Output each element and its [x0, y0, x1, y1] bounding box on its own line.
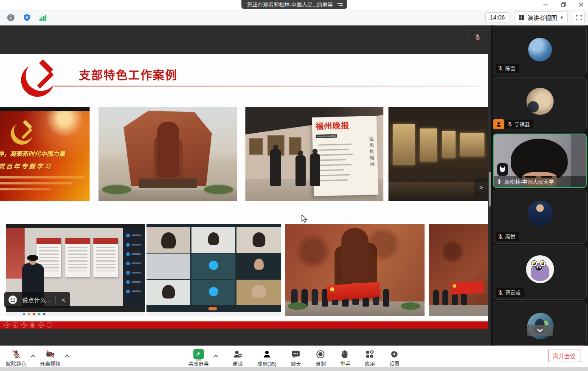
participant-name: 陈雪 — [505, 64, 515, 72]
chevron-down-icon — [537, 328, 543, 332]
slide-title: 支部特色工作案例 — [79, 66, 177, 83]
toolbar-center-group: 共享屏幕 邀请 成员(35) — [188, 348, 400, 367]
muted-mic-icon — [11, 349, 21, 359]
sticker-icon — [497, 163, 508, 176]
share-scrollbar[interactable] — [489, 172, 491, 206]
newspaper-vertical-text: 追思焦裕禄 — [368, 136, 375, 168]
settings-button[interactable]: 设置 — [389, 348, 400, 367]
visitor-figure — [295, 155, 306, 186]
watching-title: 您正在观看郭松林-中国人民...的屏幕 — [247, 0, 333, 8]
gold-emblem-icon — [7, 120, 37, 148]
chat-icon — [291, 349, 301, 359]
visitor-figure — [310, 153, 320, 186]
avatar — [528, 38, 552, 61]
invite-button[interactable]: 邀请 — [233, 348, 243, 367]
active-mic-icon — [496, 179, 502, 184]
chevron-up-icon — [65, 354, 70, 358]
slide-photo-meeting-grid — [146, 224, 281, 316]
muted-camera-icon — [45, 349, 55, 359]
raise-hand-label: 举手 — [340, 360, 350, 367]
unmute-button[interactable]: 解除静音 — [6, 348, 26, 367]
meeting-window: 您正在观看郭松林-中国人民...的屏幕 — [0, 0, 588, 371]
participant-nametag: 陈雪 — [496, 64, 519, 73]
scroll-participants-button[interactable] — [527, 325, 553, 336]
watching-banner: 您正在观看郭松林-中国人民...的屏幕 — [241, 0, 347, 9]
restore-button[interactable] — [560, 1, 567, 8]
share-screen-button[interactable]: 共享屏幕 — [188, 348, 209, 367]
chat-placeholder: 说点什么... — [22, 296, 51, 304]
emoji-icon — [8, 295, 18, 305]
apps-button[interactable]: 应用 — [365, 348, 375, 367]
pen-icon: ✎ — [21, 322, 27, 328]
slide-photo-museum: 福州晚报 FUZHOU WANBAO 追思焦裕禄 — [245, 107, 383, 201]
presenter-control-bar: ◂ ▸ ✎ ▣ ◎ ⋯ — [0, 321, 488, 329]
record-label: 录制 — [315, 360, 326, 367]
top-toolbar-right: 14:06 演讲者视图 ▼ — [485, 11, 585, 23]
apps-label: 应用 — [365, 360, 375, 367]
participant-name: 席悦 — [505, 233, 515, 240]
participant-tile-caojiawei[interactable]: 曹嘉威 — [493, 245, 587, 300]
muted-mic-icon — [507, 121, 513, 127]
mic-options-button[interactable] — [31, 352, 36, 360]
chevron-up-icon — [213, 354, 218, 358]
poster-fine-text — [0, 182, 72, 184]
participant-tile-guosonglin[interactable]: 郭松林-中国人民大学 — [493, 134, 587, 188]
info-icon — [7, 14, 15, 22]
party-emblem-icon — [15, 59, 59, 102]
record-button[interactable]: 录制 — [315, 348, 326, 367]
participant-tile-chenxue[interactable]: 陈雪 — [493, 25, 587, 75]
prev-icon: ◂ — [4, 322, 10, 328]
view-mode-button[interactable]: 演讲者视图 ▼ — [515, 11, 568, 23]
meeting-info-button[interactable] — [4, 12, 17, 23]
share-screen-label: 共享屏幕 — [188, 360, 209, 367]
participant-name: 宁祺器 — [515, 120, 530, 128]
share-options-button[interactable] — [213, 352, 218, 360]
muted-mic-icon — [498, 290, 504, 296]
raise-hand-button[interactable]: 举手 — [340, 348, 350, 367]
fullscreen-button[interactable] — [573, 12, 585, 23]
video-options-button[interactable] — [65, 352, 70, 360]
taskbar-edge — [0, 367, 588, 371]
close-button[interactable] — [578, 1, 585, 8]
muted-mic-icon — [474, 33, 481, 41]
main-region: 支部特色工作案例 神，凝聚新时代中国力量 党百年专题学习 — [0, 25, 588, 346]
leave-meeting-button[interactable]: 离开会议 — [548, 349, 580, 362]
unmute-label: 解除静音 — [6, 360, 26, 367]
participant-tile-ningqiqi[interactable]: 宁祺器 — [493, 77, 587, 131]
slide-divider — [54, 86, 479, 86]
members-button[interactable]: 成员(35) — [257, 348, 276, 367]
start-video-button[interactable]: 开启视频 — [40, 348, 60, 367]
settings-label: 设置 — [389, 360, 400, 367]
participant-nametag: 郭松林-中国人民大学 — [494, 176, 586, 187]
security-button[interactable] — [20, 12, 33, 23]
host-badge — [493, 119, 504, 129]
newspaper-subtitle: FUZHOU WANBAO — [316, 134, 337, 138]
signal-bars-icon — [39, 14, 47, 22]
slide-photo-group-flag — [285, 224, 425, 316]
view-mode-label: 演讲者视图 — [527, 13, 557, 22]
mouse-cursor — [301, 215, 308, 223]
chat-button[interactable]: 聊天 — [291, 348, 301, 367]
bullet-chat-input[interactable]: 说点什么... < — [4, 292, 70, 308]
network-quality-button[interactable] — [37, 12, 49, 23]
avatar — [526, 88, 554, 115]
shared-slide: 支部特色工作案例 神，凝聚新时代中国力量 党百年专题学习 — [0, 54, 488, 321]
participant-nametag: 曹嘉威 — [496, 288, 524, 297]
members-icon — [262, 349, 272, 359]
next-page-button[interactable]: > — [474, 178, 488, 197]
banner-menu-icon[interactable] — [337, 3, 343, 6]
collapse-chat-button[interactable]: < — [60, 296, 70, 304]
participant-tile-more[interactable] — [493, 301, 587, 346]
participants-panel: 陈雪 宁祺器 — [491, 25, 588, 346]
frames-icon: ▣ — [30, 322, 35, 328]
participant-nametag: 席悦 — [496, 232, 519, 241]
slide-photo-group-flag-2 — [429, 224, 488, 316]
minimize-button[interactable] — [542, 1, 549, 8]
settings-gear-icon — [390, 349, 400, 359]
poster-line-2: 党百年专题学习 — [0, 162, 52, 170]
next-icon: ▸ — [13, 322, 18, 328]
newspaper-title: 福州晚报 — [315, 118, 374, 131]
party-flag — [450, 281, 484, 295]
window-controls — [542, 0, 585, 9]
participant-tile-xiyue[interactable]: 席悦 — [493, 190, 587, 244]
